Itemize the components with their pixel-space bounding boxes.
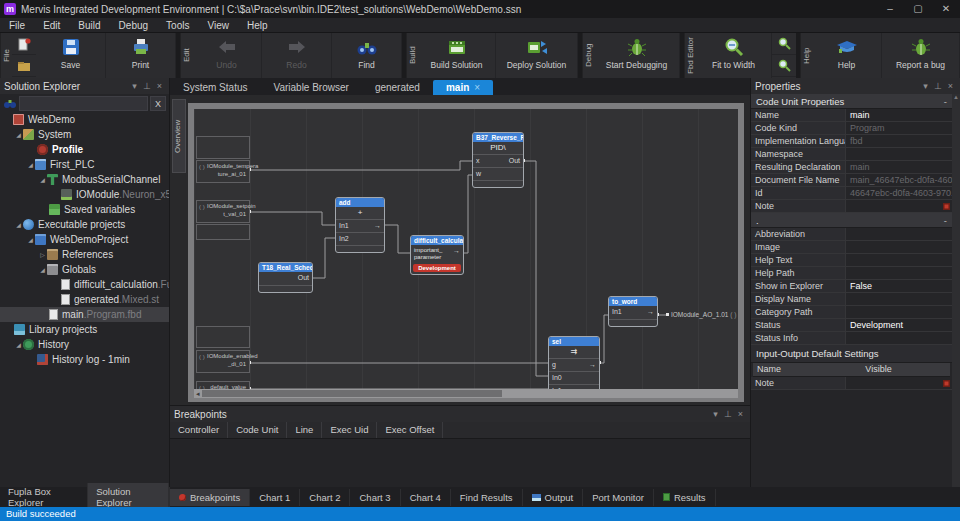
- pin-out-arrow-icon[interactable]: →: [374, 222, 381, 230]
- tab-find-results[interactable]: Find Results: [451, 489, 523, 506]
- tree-item-webdemoproject[interactable]: ◢ WebDemoProject: [0, 232, 169, 247]
- panel-close-icon[interactable]: ×: [735, 409, 746, 419]
- breakpoints-list-empty[interactable]: [170, 439, 750, 487]
- io-input-empty[interactable]: [196, 224, 250, 240]
- pin-in1[interactable]: In1: [612, 308, 622, 317]
- column-controller[interactable]: Controller: [170, 422, 228, 438]
- panel-pin-icon[interactable]: ⊥: [931, 81, 945, 91]
- property-value[interactable]: main: [846, 161, 952, 173]
- property-value[interactable]: [846, 241, 952, 253]
- save-button[interactable]: Save: [36, 33, 106, 78]
- column-line[interactable]: Line: [287, 422, 322, 438]
- property-value[interactable]: False: [846, 280, 952, 292]
- menu-debug[interactable]: Debug: [110, 20, 157, 31]
- panel-dropdown-icon[interactable]: ▾: [129, 81, 140, 91]
- fit-to-width-button[interactable]: Fit to Width: [696, 33, 772, 78]
- find-button[interactable]: Find: [332, 33, 402, 78]
- io-input-temperature[interactable]: ( ) IOModule_tempera ture_ai_01: [196, 160, 250, 183]
- expand-arrow-icon[interactable]: ◢: [14, 131, 23, 138]
- redo-button[interactable]: Redo: [262, 33, 332, 78]
- tree-item-main[interactable]: main .Program.fbd: [0, 307, 169, 322]
- tree-item-modbus-serial-channel[interactable]: ◢ ModbusSerialChannel: [0, 172, 169, 187]
- tree-item-profile[interactable]: Profile: [0, 142, 169, 157]
- minimize-button[interactable]: –: [876, 0, 904, 18]
- collapse-section-icon[interactable]: -: [944, 96, 947, 107]
- close-button[interactable]: ✕: [932, 0, 960, 18]
- menu-help[interactable]: Help: [238, 20, 277, 31]
- fbd-block-to-word[interactable]: to_word In1→: [608, 296, 658, 327]
- properties-scrollbar[interactable]: ▲: [952, 94, 960, 487]
- tab-results[interactable]: Results: [654, 489, 716, 506]
- menu-build[interactable]: Build: [69, 20, 109, 31]
- column-exec-uid[interactable]: Exec Uid: [322, 422, 377, 438]
- pin-out-arrow-icon[interactable]: →: [647, 308, 654, 317]
- note-indicator-icon[interactable]: [943, 380, 950, 387]
- io-input-enabled[interactable]: ( ) IOModule_enabled _di_01: [196, 350, 250, 373]
- panel-pin-icon[interactable]: ⊥: [721, 409, 735, 419]
- zoom-out-button[interactable]: [772, 55, 796, 77]
- tab-chart-4[interactable]: Chart 4: [401, 489, 451, 506]
- scroll-up-icon[interactable]: ▲: [953, 94, 959, 100]
- fbd-canvas[interactable]: Overview ( ): [170, 95, 750, 405]
- property-value[interactable]: [846, 306, 952, 318]
- fbd-block-t18-real-scheduler[interactable]: T18_Real_Sched... Out: [258, 262, 313, 293]
- zoom-in-button[interactable]: [772, 33, 796, 55]
- tree-item-executable-projects[interactable]: ◢ Executable projects: [0, 217, 169, 232]
- scrollbar-thumb[interactable]: [202, 390, 502, 397]
- print-button[interactable]: Print: [106, 33, 176, 78]
- column-code-unit[interactable]: Code Unit: [228, 422, 287, 438]
- tree-item-first-plc[interactable]: ◢ First_PLC: [0, 157, 169, 172]
- expand-arrow-icon[interactable]: ◢: [26, 236, 35, 243]
- tree-item-difficult-calculation[interactable]: difficult_calculation .Function: [0, 277, 169, 292]
- expand-arrow-icon[interactable]: ◢: [38, 176, 47, 183]
- pin-out[interactable]: Out: [509, 157, 520, 165]
- menu-file[interactable]: File: [0, 20, 34, 31]
- tab-system-status[interactable]: System Status: [170, 80, 260, 95]
- expand-arrow-icon[interactable]: ◢: [38, 266, 47, 273]
- pin-out[interactable]: Out: [298, 274, 309, 283]
- section-io-default-settings[interactable]: Input-Output Default Settings: [751, 345, 952, 363]
- report-a-bug-button[interactable]: Report a bug: [882, 33, 960, 78]
- property-value[interactable]: Program: [846, 122, 952, 134]
- tab-chart-2[interactable]: Chart 2: [300, 489, 350, 506]
- property-value[interactable]: [846, 267, 952, 279]
- property-value[interactable]: [846, 148, 952, 160]
- io-output-ao[interactable]: IOModule_AO_1.01 ( ): [671, 311, 736, 318]
- tree-item-history[interactable]: ◢ History: [0, 337, 169, 352]
- collapse-section-icon[interactable]: -: [944, 215, 947, 226]
- canvas-horizontal-scrollbar[interactable]: ◂: [194, 389, 738, 398]
- tree-item-references[interactable]: ▷ References: [0, 247, 169, 262]
- note-indicator-icon[interactable]: [943, 203, 950, 210]
- maximize-button[interactable]: ▢: [904, 0, 932, 18]
- tab-output[interactable]: Output: [523, 489, 584, 506]
- pin-x[interactable]: x: [476, 157, 480, 165]
- menu-view[interactable]: View: [198, 20, 238, 31]
- tab-port-monitor[interactable]: Port Monitor: [583, 489, 654, 506]
- expand-arrow-icon[interactable]: ◢: [26, 161, 35, 168]
- scroll-left-icon[interactable]: ◂: [194, 390, 202, 398]
- section-dot[interactable]: .-: [751, 213, 952, 228]
- property-value[interactable]: [846, 228, 952, 240]
- fbd-block-difficult-calculation[interactable]: difficult_calculatio... important_parame…: [410, 235, 464, 275]
- tree-item-iomodule[interactable]: IOModule .Neuron_x550.1.0.v: [0, 187, 169, 202]
- fbd-block-pid[interactable]: B37_Reverse_PI... PID\ xOut w: [472, 132, 524, 188]
- search-clear-button[interactable]: X: [150, 96, 166, 111]
- panel-close-icon[interactable]: ×: [945, 81, 956, 91]
- panel-close-icon[interactable]: ×: [154, 81, 165, 91]
- tab-breakpoints[interactable]: Breakpoints: [170, 489, 250, 506]
- new-file-button[interactable]: [12, 33, 36, 55]
- io-input-empty[interactable]: [196, 326, 250, 348]
- pin-in1[interactable]: In1: [339, 222, 349, 230]
- property-value[interactable]: Development: [846, 319, 952, 331]
- pin-important-parameter[interactable]: important_parameter: [414, 247, 442, 261]
- pin-out-arrow-icon[interactable]: →: [589, 361, 596, 369]
- io-col-visible[interactable]: Visible: [861, 363, 895, 376]
- tab-close-icon[interactable]: ×: [474, 82, 480, 93]
- pin-g[interactable]: g: [552, 361, 556, 369]
- property-value[interactable]: 46647ebc-d0fa-4603-970...: [846, 187, 952, 199]
- column-exec-offset[interactable]: Exec Offset: [377, 422, 443, 438]
- pin-in2[interactable]: In2: [339, 235, 349, 243]
- fbd-block-add[interactable]: add + In1→ In2: [335, 197, 385, 253]
- property-value[interactable]: main_46647ebc-d0fa-460...: [846, 174, 952, 186]
- io-col-name[interactable]: Name: [753, 363, 861, 376]
